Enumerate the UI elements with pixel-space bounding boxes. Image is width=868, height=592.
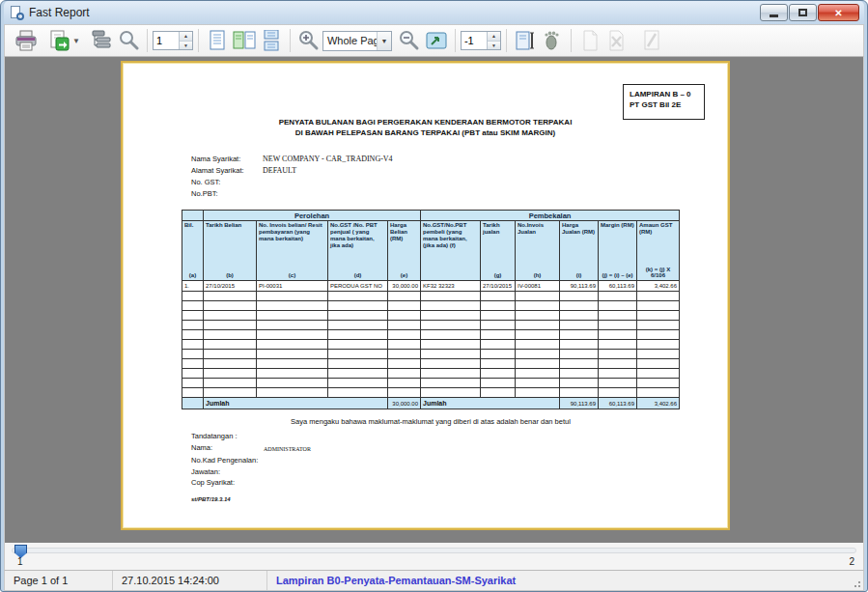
company-info: Nama Syarikat:NEW COMPANY - CAR_TRADING-… [191,154,393,200]
total-margin: 60,113.69 [599,398,637,409]
page-slider: 1 2 [4,543,864,570]
gst-number-value [255,177,263,188]
toolbar-separator [571,29,572,52]
offset-spinner: ▲ ▼ [461,31,501,50]
signature-block: Tandatangan : Nama:ADMINISTRATOR No.Kad … [191,431,311,489]
printer-icon [14,30,38,51]
edit-page-button [638,27,665,54]
table-data-cell: 27/10/2015 [204,281,257,292]
empty-row [182,350,680,359]
close-button[interactable]: ✕ [818,4,859,21]
table-data-cell: 1. [182,281,204,292]
company-name-value: NEW COMPANY - CAR_TRADING-V4 [255,154,393,165]
zoom-in-icon [298,30,320,51]
edit-page-icon [642,30,661,51]
offset-input[interactable] [462,32,487,49]
column-header: No.GST /No. PBT penjual ( yang mana berk… [328,221,388,281]
lampiran-box: LAMPIRAN B – 0 PT GST Bil 2E [623,84,705,120]
empty-row [182,330,680,340]
two-page-view-button[interactable] [231,27,258,54]
total-label-pembekalan: Jumlah [421,398,560,409]
new-page-button [576,27,603,54]
app-icon [10,6,24,20]
zoom-in-button[interactable] [295,27,322,54]
empty-row [182,359,680,369]
column-header: No.GST/No.PBT pembeli (yang mana berkait… [421,221,481,281]
print-button[interactable] [13,27,40,54]
continuous-view-button[interactable] [258,27,285,54]
table-data-cell: 27/10/2015 [481,281,516,292]
slider-track[interactable] [12,548,856,553]
toolbar-separator [455,29,456,52]
page-number-input[interactable] [154,32,179,49]
table-data-cell: PI-00031 [257,281,328,292]
zoom-mode-combobox[interactable]: Whole Pag ▼ [322,31,392,51]
report-title-line1: PENYATA BULANAN BAGI PERGERAKAN KENDERAA… [123,117,728,127]
find-button[interactable] [115,27,142,54]
search-icon [118,30,139,51]
fullscreen-button[interactable] [423,27,450,54]
table-data-cell: KF32 32323 [421,281,481,292]
toolbar-separator [290,29,291,52]
empty-row [182,340,680,350]
column-header: Bil.(a) [182,221,204,281]
delete-page-icon [606,30,628,51]
export-icon [48,30,70,51]
pbt-number-value [255,188,263,200]
minimize-button[interactable] [760,4,788,21]
column-header: Tarikh jualan(g) [481,221,516,281]
table-row: 1.27/10/2015PI-00031PERODUA GST NO30,000… [182,281,680,292]
report-title-line2: DI BAWAH PELEPASAN BARANG TERPAKAI (PBT … [123,127,728,138]
empty-row [182,321,680,330]
preview-area[interactable]: LAMPIRAN B – 0 PT GST Bil 2E PENYATA BUL… [4,57,864,543]
page-width-icon [515,30,536,51]
lampiran-line1: LAMPIRAN B – 0 [630,89,704,99]
table-data-cell: 60,113.69 [599,281,637,292]
export-dropdown-caret[interactable]: ▼ [72,37,80,45]
toolbar-separator [506,29,507,52]
export-button[interactable] [45,27,72,54]
declaration-text: Saya mengaku bahawa maklumat-maklumat ya… [182,417,680,426]
toolbar-separator [198,29,199,52]
zoom-out-icon [399,30,420,51]
maximize-button[interactable] [789,4,817,21]
report-timestamp: 27.10.2015 14:24:00 [113,571,267,590]
table-data-cell: IV-00081 [516,281,560,292]
empty-row [182,388,680,398]
window-title: Fast Report [29,6,90,19]
toolbar-separator [147,29,148,52]
toolbar: ▼ ▲ ▼ [4,24,864,57]
group-header-pembekalan: Pembekalan [421,211,680,221]
watermark-button[interactable] [539,27,566,54]
footprint-icon [542,30,563,51]
report-title: PENYATA BULANAN BAGI PERGERAKAN KENDERAA… [123,117,728,138]
new-page-icon [580,30,600,51]
column-header: Harga Jualan (RM)(i) [560,221,599,281]
report-table: PerolehanPembekalanBil.(a)Tarikh Belian(… [182,210,680,409]
outline-icon [90,30,113,51]
company-stamp-label: Cop Syarikat: [191,477,311,489]
offset-up-button[interactable]: ▲ [488,32,500,41]
empty-row [182,311,680,321]
maximize-icon [798,9,807,16]
continuous-pages-icon [262,30,281,51]
signer-name-value: ADMINISTRATOR [255,442,311,456]
slider-last-page-label: 2 [849,556,854,567]
page-settings-button[interactable] [512,27,539,54]
page-down-button[interactable]: ▼ [180,41,192,49]
empty-row [182,369,680,379]
page-up-button[interactable]: ▲ [180,32,192,41]
zoom-out-button[interactable] [396,27,423,54]
table-data-cell: 90,113.69 [560,281,599,292]
empty-row [182,301,680,311]
chevron-down-icon[interactable]: ▼ [377,32,391,50]
id-card-label: No.Kad Pengenalan: [191,455,311,466]
offset-down-button[interactable]: ▼ [488,41,500,49]
total-belian: 30,000.00 [388,398,421,409]
company-address-value: DEFAULT [255,165,296,177]
signer-name-label: Nama: [191,442,255,456]
table-data-cell: 3,402.66 [637,281,680,292]
outline-button[interactable] [88,27,115,54]
single-page-view-button[interactable] [204,27,231,54]
lampiran-line2: PT GST Bil 2E [630,99,704,110]
